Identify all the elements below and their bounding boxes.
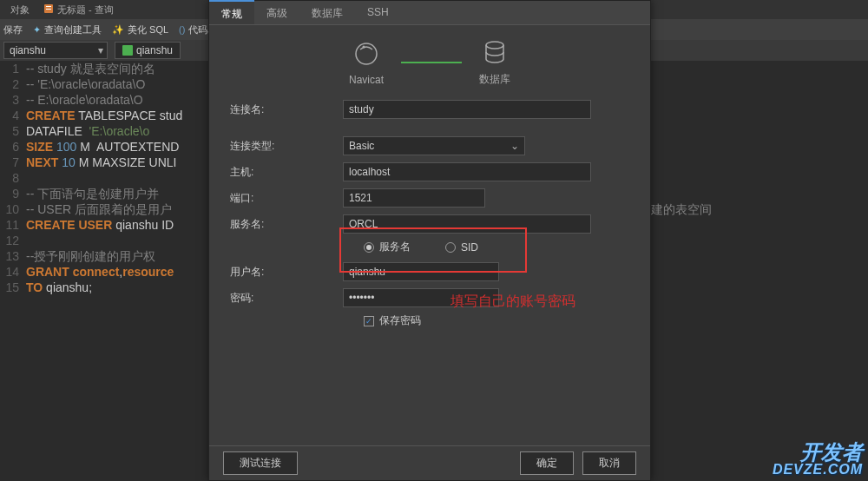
radio-icon — [364, 242, 374, 253]
label-service: 服务名: — [230, 217, 343, 232]
annotation-text: 填写自己的账号密码 — [450, 293, 575, 311]
ok-button[interactable]: 确定 — [520, 451, 574, 475]
database-label: 数据库 — [479, 72, 510, 87]
input-service[interactable] — [343, 214, 591, 234]
database-icon — [480, 37, 510, 67]
navicat-icon — [352, 39, 381, 69]
test-connection-button[interactable]: 测试连接 — [223, 451, 298, 475]
input-conn-name[interactable] — [343, 100, 591, 119]
query-icon — [43, 3, 54, 16]
tab-ssh[interactable]: SSH — [355, 1, 401, 24]
tab-general[interactable]: 常规 — [209, 0, 254, 24]
label-port: 端口: — [230, 191, 343, 206]
label-user: 用户名: — [230, 265, 343, 280]
dialog-tabs: 常规 高级 数据库 SSH — [209, 1, 650, 25]
save-button[interactable]: 保存 — [3, 23, 23, 36]
label-pass: 密码: — [230, 291, 343, 306]
db-icon — [122, 45, 133, 56]
cancel-button[interactable]: 取消 — [582, 451, 636, 475]
connection-db[interactable]: qianshu — [115, 42, 181, 59]
input-host[interactable] — [343, 162, 591, 181]
tab-database[interactable]: 数据库 — [299, 1, 355, 24]
label-conn-type: 连接类型: — [230, 139, 343, 154]
dialog-footer: 测试连接 确定 取消 — [209, 445, 650, 480]
form: 连接名: 连接类型: Basic 主机: 端口: 服务名: 服务名 SID 用户… — [209, 94, 650, 333]
connection-select[interactable]: qianshu — [3, 42, 108, 59]
radio-sid[interactable]: SID — [445, 240, 478, 254]
beautify-button[interactable]: ✨美化 SQL — [112, 23, 168, 36]
checkbox-save-pass[interactable]: ✓ 保存密码 — [364, 313, 629, 328]
check-icon: ✓ — [364, 316, 374, 326]
radio-service-name[interactable]: 服务名 — [364, 240, 411, 254]
radio-icon — [445, 242, 456, 253]
label-conn-name: 连接名: — [230, 102, 343, 117]
input-port[interactable] — [343, 188, 485, 208]
tab-advanced[interactable]: 高级 — [254, 1, 299, 24]
svg-point-4 — [362, 45, 365, 48]
dialog-header: Navicat 数据库 — [209, 25, 650, 94]
tab-objects[interactable]: 对象 — [3, 2, 36, 18]
builder-button[interactable]: ✦查询创建工具 — [33, 23, 102, 36]
tab-query[interactable]: 无标题 - 查询 — [36, 2, 121, 18]
navicat-label: Navicat — [349, 74, 384, 86]
label-host: 主机: — [230, 165, 343, 180]
svg-rect-2 — [46, 9, 51, 10]
svg-point-5 — [486, 42, 503, 49]
svg-rect-1 — [46, 6, 51, 7]
input-user[interactable] — [343, 262, 499, 281]
connection-dialog: 常规 高级 数据库 SSH Navicat 数据库 连接名: 连接类型: Bas… — [208, 0, 651, 481]
watermark: 开发者 DEVZE.COM — [773, 443, 863, 476]
select-conn-type[interactable]: Basic — [343, 136, 525, 155]
connector-line-icon — [401, 62, 462, 63]
